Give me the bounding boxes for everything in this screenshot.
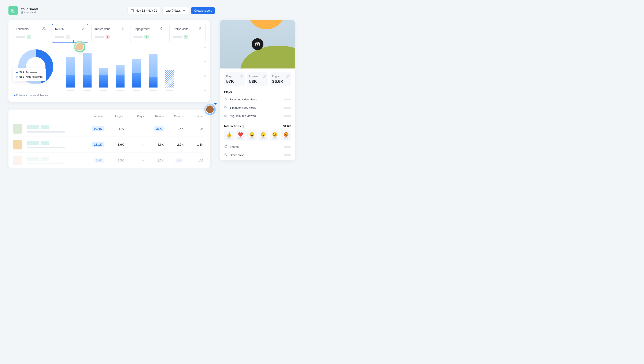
cell-impress: 8.8K xyxy=(94,158,104,163)
col-plays: Plays xyxy=(128,114,146,118)
donut-nonfollowers-value: 956 xyxy=(20,75,24,78)
reach-bar-chart xyxy=(65,49,206,91)
table-row[interactable]: 16.1K8.6K--4.6K2.9K1.1K xyxy=(13,136,206,152)
table-header: Impress. Engmt. Plays Reacts Comms Share… xyxy=(13,114,206,121)
svg-point-6 xyxy=(122,28,123,29)
date-range-button[interactable]: Nov 12 - Nov 21 xyxy=(128,7,160,14)
bar-x-label xyxy=(133,90,140,91)
line-item-value-placeholder xyxy=(284,107,291,109)
donut-followers-label: Followers xyxy=(26,71,38,74)
line-item-label: Avg. minutes viewed xyxy=(230,114,284,118)
cursor-icon xyxy=(214,102,217,105)
stat-label: Engmt. xyxy=(272,75,280,78)
svg-point-3 xyxy=(43,28,44,28)
info-icon[interactable]: i xyxy=(286,75,289,78)
reaction-like[interactable]: 👍 xyxy=(224,130,234,141)
stat-tile-impress[interactable]: Impress.i83K xyxy=(247,72,268,86)
cell-comms: 14K xyxy=(168,127,186,130)
bar-column[interactable] xyxy=(82,52,92,91)
y-axis-ticks xyxy=(204,47,206,91)
cell-reacts: 31K xyxy=(154,126,164,131)
metric-label: Engagement xyxy=(134,27,150,31)
line-item-value-placeholder xyxy=(284,99,291,100)
metric-value-placeholder xyxy=(134,36,143,38)
bar-column[interactable] xyxy=(148,52,158,91)
interactions-value: 31.6K xyxy=(283,124,291,128)
reaction-count-placeholder xyxy=(227,138,231,139)
bar-column[interactable] xyxy=(114,52,126,91)
post-media-preview[interactable] xyxy=(220,20,295,68)
svg-rect-9 xyxy=(256,42,260,46)
line-item-label: 1-minute video views xyxy=(230,106,284,109)
metric-label: Reach xyxy=(55,28,64,31)
reaction-wow[interactable]: 😮 xyxy=(258,130,268,141)
stat-tile-plays[interactable]: Playsi57K xyxy=(224,72,245,86)
col-shares: Shares xyxy=(187,114,206,118)
cell-engmt: 3.5K xyxy=(108,159,126,162)
brand-name: Your Brand xyxy=(21,7,38,11)
users-icon xyxy=(42,27,46,31)
svg-rect-11 xyxy=(224,115,226,116)
person-icon xyxy=(82,27,85,31)
reaction-emoji: ❤️ xyxy=(238,132,243,136)
svg-rect-0 xyxy=(12,9,15,12)
create-report-button[interactable]: Create report xyxy=(191,7,215,14)
post-detail-card: Playsi57KImpress.i83KEngmt.i36.6K Plays … xyxy=(220,20,295,160)
image-icon xyxy=(11,8,16,13)
chart-legend: Followers Non-followers xyxy=(13,94,59,97)
col-engmt: Engmt. xyxy=(108,114,126,118)
metric-card-engagement[interactable]: Engagement↑ xyxy=(130,24,166,43)
interaction-line-other-clicks: Other clicks xyxy=(224,151,291,159)
metric-card-profile-visits[interactable]: Profile visits↑ xyxy=(169,24,206,43)
stat-value: 36.6K xyxy=(272,79,289,84)
table-row[interactable]: 8.8K3.5K--2.7K668132 xyxy=(13,152,206,168)
play-icon xyxy=(224,98,228,102)
post-title-placeholder xyxy=(27,157,86,164)
cell-engmt: 8.6K xyxy=(108,143,126,146)
line-item-label: 3-second video views xyxy=(230,98,284,101)
donut-nonfollowers-label: Non-followers xyxy=(26,75,42,78)
line-item-label: Shares xyxy=(230,145,284,148)
timeframe-label: Last 7 days xyxy=(166,9,181,12)
interaction-line-shares: Shares xyxy=(224,143,291,151)
reaction-emoji: 😮 xyxy=(261,132,266,136)
bar-column[interactable] xyxy=(65,52,76,91)
stat-label: Plays xyxy=(226,75,232,78)
metric-card-reach[interactable]: Reach→ xyxy=(52,24,88,43)
metric-card-impressions[interactable]: Impressions↓ xyxy=(91,24,128,43)
svg-rect-2 xyxy=(131,10,134,12)
bar-stack xyxy=(132,52,141,88)
reaction-count-placeholder xyxy=(250,138,254,139)
analytics-overview-card: Followers↑Reach→Impressions↓Engagement↑P… xyxy=(8,20,210,102)
bar-stack xyxy=(116,52,124,88)
cell-comms: 2.9K xyxy=(168,143,186,146)
reaction-emoji: 😢 xyxy=(272,132,278,136)
timeframe-select[interactable]: Last 7 days xyxy=(162,7,189,14)
reaction-angry[interactable]: 😡 xyxy=(281,130,291,141)
col-comms: Comms xyxy=(168,114,186,118)
cell-shares: 132 xyxy=(187,159,206,162)
table-row[interactable]: 99.4K47K--31K14K2K xyxy=(13,121,206,136)
reaction-emoji: 👍 xyxy=(226,132,232,136)
info-icon[interactable]: i xyxy=(242,125,245,128)
info-icon[interactable]: i xyxy=(240,75,243,78)
reaction-love[interactable]: ❤️ xyxy=(236,130,245,141)
video-icon xyxy=(224,114,228,118)
line-item-value-placeholder xyxy=(284,146,291,148)
eye-icon xyxy=(121,27,124,31)
reaction-count-placeholder xyxy=(261,138,266,139)
posts-table-card: Impress. Engmt. Plays Reacts Comms Share… xyxy=(8,110,210,168)
metric-card-followers[interactable]: Followers↑ xyxy=(13,24,49,43)
bar-column[interactable] xyxy=(131,52,142,91)
cell-plays: -- xyxy=(128,127,146,130)
info-icon[interactable]: i xyxy=(263,75,266,78)
bar-column[interactable] xyxy=(164,52,175,91)
reaction-haha[interactable]: 😆 xyxy=(247,130,257,141)
brand-logo xyxy=(8,6,18,15)
stat-tile-engmt[interactable]: Engmt.i36.6K xyxy=(270,72,291,86)
bar-column[interactable] xyxy=(98,52,109,91)
plays-line-item: 1-minute video views xyxy=(224,104,291,112)
cell-shares: 2K xyxy=(187,127,206,130)
svg-rect-10 xyxy=(224,106,226,108)
reaction-sad[interactable]: 😢 xyxy=(270,130,280,141)
